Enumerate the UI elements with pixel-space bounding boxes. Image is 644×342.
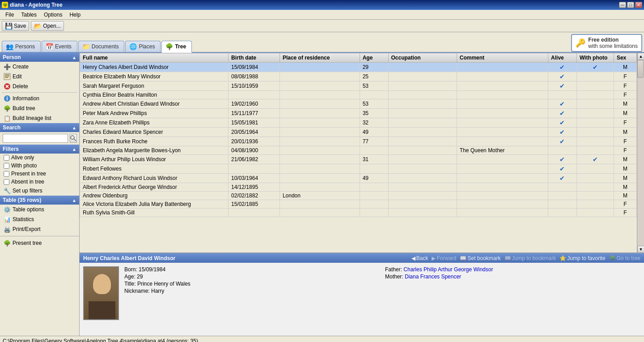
table-row[interactable]: Beatrice Elizabeth Mary Windsor08/08/198…: [80, 72, 637, 81]
mother-link[interactable]: Diana Frances Spencer: [405, 274, 461, 280]
col-header-fullname[interactable]: Full name: [80, 53, 229, 63]
filter-photo-checkbox[interactable]: [4, 163, 9, 169]
table-row[interactable]: Peter Mark Andrew Phillips15/11/197735✔M: [80, 109, 637, 118]
sidebar-edit[interactable]: Edit: [0, 72, 79, 81]
scroll-down-button[interactable]: ▼: [637, 246, 644, 253]
menu-options[interactable]: Options: [40, 11, 66, 19]
sidebar-information[interactable]: i Information: [0, 94, 79, 103]
search-section-header[interactable]: Search ▲: [0, 123, 79, 132]
check-icon: ✔: [559, 119, 565, 126]
menu-tables[interactable]: Tables: [17, 11, 40, 19]
col-header-birth[interactable]: Birth date: [229, 53, 280, 63]
tab-events[interactable]: 📅 Events: [42, 41, 77, 52]
table-row[interactable]: Zara Anne Elizabeth Phillips15/05/198132…: [80, 118, 637, 128]
table-scrollbar[interactable]: ▲ ▼: [637, 53, 644, 253]
table-row[interactable]: William Arthur Philip Louis Windsor21/06…: [80, 155, 637, 164]
tab-tree[interactable]: 🌳 Tree: [161, 41, 192, 53]
filter-alive-checkbox[interactable]: [4, 155, 9, 161]
col-header-occupation[interactable]: Occupation: [388, 53, 457, 63]
check-icon: ✔: [559, 128, 565, 136]
edit-icon: [4, 73, 11, 80]
tab-documents[interactable]: 📁 Documents: [78, 41, 125, 52]
data-table-container[interactable]: Full name Birth date Place of residence …: [80, 53, 637, 253]
sidebar-build-tree[interactable]: 🌳 Build tree: [0, 103, 79, 113]
sidebar-create[interactable]: ➕ Create: [0, 62, 79, 72]
save-button[interactable]: 💾 Save: [2, 21, 29, 31]
col-header-age[interactable]: Age: [360, 53, 388, 63]
statistics-icon: 📊: [4, 216, 11, 223]
search-button[interactable]: [70, 134, 77, 143]
go-to-tree-button[interactable]: 🌳 Go to tree: [609, 255, 640, 261]
check-icon: ✔: [593, 156, 598, 163]
cell-8: F: [614, 146, 636, 155]
table-row[interactable]: Andrew Albert Christian Edward Windsor19…: [80, 99, 637, 109]
window-controls[interactable]: ─ □ ✕: [619, 2, 642, 8]
sidebar-print-export[interactable]: 🖨️ Print/Export: [0, 224, 79, 234]
back-button[interactable]: ◀ Back: [411, 255, 428, 261]
table-section-header[interactable]: Table (35 rows) ▲: [0, 196, 79, 205]
filter-absent-checkbox[interactable]: [4, 179, 9, 185]
table-collapse[interactable]: ▲: [72, 198, 76, 203]
filter-present-tree[interactable]: Present in tree: [0, 170, 79, 178]
col-header-photo[interactable]: With photo: [576, 53, 614, 63]
scroll-up-button[interactable]: ▲: [637, 53, 644, 60]
filters-section-header[interactable]: Filters ▲: [0, 145, 79, 154]
filter-present-checkbox[interactable]: [4, 171, 9, 177]
menu-help[interactable]: Help: [66, 11, 84, 19]
sidebar-build-lineage[interactable]: 📋 Build lineage list: [0, 113, 79, 123]
person-section-collapse[interactable]: ▲: [72, 55, 76, 60]
search-input[interactable]: [3, 134, 68, 143]
set-bookmark-button[interactable]: 📖 Set bookmark: [460, 255, 500, 261]
table-row[interactable]: Ruth Sylvia Smith-GillF: [80, 209, 637, 217]
close-button[interactable]: ✕: [635, 2, 642, 8]
col-header-place[interactable]: Place of residence: [280, 53, 360, 63]
table-row[interactable]: Henry Charles Albert David Windsor15/09/…: [80, 63, 637, 72]
detail-family: Father: Charles Philip Arthur George Win…: [385, 266, 640, 331]
table-row[interactable]: Charles Edward Maurice Spencer20/05/1964…: [80, 128, 637, 137]
col-header-sex[interactable]: Sex: [614, 53, 636, 63]
cell-2: [280, 183, 360, 192]
cell-3: [360, 164, 388, 174]
sidebar-delete[interactable]: Delete: [0, 81, 79, 91]
father-link[interactable]: Charles Philip Arthur George Windsor: [403, 266, 493, 273]
filter-absent-tree[interactable]: Absent in tree: [0, 178, 79, 186]
tab-places[interactable]: 🌐 Places: [125, 41, 161, 52]
person-section-header[interactable]: Person ▲: [0, 53, 79, 62]
jump-favorite-button[interactable]: ⭐ Jump to favorite: [559, 255, 605, 261]
minimize-button[interactable]: ─: [619, 2, 626, 8]
search-collapse[interactable]: ▲: [72, 125, 76, 130]
table-row[interactable]: Robert Fellowes✔M: [80, 164, 637, 174]
filter-alive-only[interactable]: Alive only: [0, 154, 79, 162]
table-row[interactable]: Cynthia Elinor Beatrix HamiltonF: [80, 91, 637, 99]
table-row[interactable]: Andrew Oldenburg02/02/1882LondonM: [80, 192, 637, 200]
col-header-comment[interactable]: Comment: [457, 53, 548, 63]
table-row[interactable]: Edward Anthony Richard Louis Windsor10/0…: [80, 174, 637, 183]
forward-icon: ▶: [432, 255, 436, 261]
open-icon: 📂: [34, 22, 42, 30]
table-row[interactable]: Albert Frederick Arthur George Windsor14…: [80, 183, 637, 192]
cell-1: 15/10/1959: [229, 81, 280, 91]
col-header-alive[interactable]: Alive: [548, 53, 577, 63]
maximize-button[interactable]: □: [627, 2, 634, 8]
table-row[interactable]: Sarah Margaret Ferguson15/10/195953✔F: [80, 81, 637, 91]
forward-button[interactable]: ▶ Forward: [432, 255, 456, 261]
open-button[interactable]: 📂 Open...: [31, 21, 64, 31]
table-row[interactable]: Alice Victoria Elizabeth Julia Mary Batt…: [80, 200, 637, 209]
sidebar-statistics[interactable]: 📊 Statistics: [0, 214, 79, 224]
filter-with-photo[interactable]: With photo: [0, 162, 79, 170]
print-icon: 🖨️: [4, 226, 11, 233]
jump-bookmark-button[interactable]: 📖 Jump to bookmark: [504, 255, 556, 261]
sidebar-set-filters[interactable]: 🔧 Set up filters: [0, 186, 79, 196]
cell-8: M: [614, 192, 636, 200]
menu-file[interactable]: File: [2, 11, 17, 19]
table-row[interactable]: Elizabeth Angela Marguerite Bowes-Lyon04…: [80, 146, 637, 155]
filters-collapse[interactable]: ▲: [72, 147, 76, 152]
sidebar-table-options[interactable]: ⚙️ Table options: [0, 205, 79, 214]
cell-1: 19/02/1960: [229, 99, 280, 109]
table-row[interactable]: Frances Ruth Burke Roche20/01/193677✔F: [80, 137, 637, 146]
svg-rect-0: [4, 73, 10, 80]
tab-persons[interactable]: 👥 Persons: [2, 41, 41, 52]
scroll-thumb[interactable]: [637, 60, 644, 78]
sidebar-present-tree[interactable]: 🌳 Present tree: [3, 238, 76, 248]
scroll-track[interactable]: [637, 60, 644, 246]
